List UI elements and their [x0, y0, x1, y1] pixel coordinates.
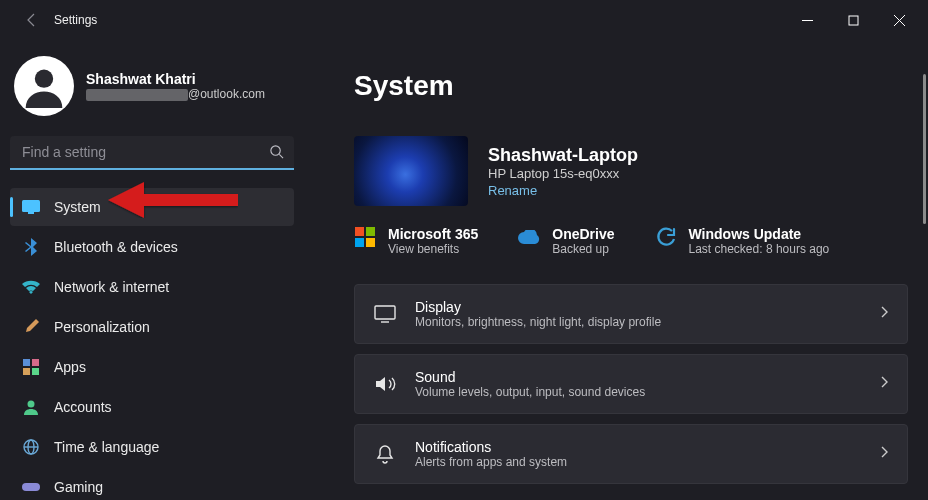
bluetooth-icon	[22, 238, 40, 256]
svg-point-5	[271, 146, 280, 155]
close-icon	[894, 15, 905, 26]
nav: System Bluetooth & devices Network & int…	[10, 188, 294, 500]
cloud-icon	[518, 226, 540, 248]
svg-rect-12	[32, 368, 39, 375]
status-onedrive[interactable]: OneDriveBacked up	[518, 226, 614, 256]
svg-rect-10	[32, 359, 39, 366]
device-info: Shashwat-Laptop HP Laptop 15s-eq0xxx Ren…	[354, 136, 908, 206]
update-icon	[655, 226, 677, 248]
main-content: System Shashwat-Laptop HP Laptop 15s-eq0…	[304, 40, 928, 500]
status-title: Windows Update	[689, 226, 830, 242]
svg-rect-17	[22, 483, 40, 491]
card-notifications[interactable]: NotificationsAlerts from apps and system	[354, 424, 908, 484]
sidebar-item-network[interactable]: Network & internet	[10, 268, 294, 306]
svg-rect-7	[22, 200, 40, 212]
card-title: Notifications	[415, 439, 567, 455]
sidebar-item-label: Accounts	[54, 399, 112, 415]
status-sub: Backed up	[552, 242, 614, 256]
status-sub: Last checked: 8 hours ago	[689, 242, 830, 256]
titlebar: Settings	[0, 0, 928, 40]
display-icon	[373, 302, 397, 326]
wifi-icon	[22, 278, 40, 296]
card-sub: Volume levels, output, input, sound devi…	[415, 385, 645, 399]
sidebar-item-label: Personalization	[54, 319, 150, 335]
search-input[interactable]	[10, 136, 294, 170]
user-block[interactable]: Shashwat Khatri @outlook.com	[14, 56, 294, 116]
gamepad-icon	[22, 478, 40, 496]
svg-rect-1	[849, 16, 858, 25]
user-name: Shashwat Khatri	[86, 71, 265, 87]
avatar	[14, 56, 74, 116]
chevron-right-icon	[879, 445, 889, 463]
sound-icon	[373, 372, 397, 396]
sidebar: Shashwat Khatri @outlook.com System Blue…	[0, 40, 304, 500]
sidebar-item-label: Network & internet	[54, 279, 169, 295]
sidebar-item-label: System	[54, 199, 101, 215]
minimize-icon	[802, 15, 813, 26]
svg-point-4	[35, 70, 53, 88]
close-button[interactable]	[876, 0, 922, 40]
device-thumbnail	[354, 136, 468, 206]
status-row: Microsoft 365View benefits OneDriveBacke…	[354, 226, 908, 256]
status-title: OneDrive	[552, 226, 614, 242]
monitor-icon	[22, 198, 40, 216]
svg-rect-21	[366, 238, 375, 247]
status-title: Microsoft 365	[388, 226, 478, 242]
svg-rect-18	[355, 227, 364, 236]
status-microsoft-365[interactable]: Microsoft 365View benefits	[354, 226, 478, 256]
sidebar-item-label: Gaming	[54, 479, 103, 495]
apps-icon	[22, 358, 40, 376]
svg-rect-11	[23, 368, 30, 375]
microsoft-icon	[354, 226, 376, 248]
sidebar-item-gaming[interactable]: Gaming	[10, 468, 294, 500]
sidebar-item-label: Bluetooth & devices	[54, 239, 178, 255]
sidebar-item-system[interactable]: System	[10, 188, 294, 226]
card-sound[interactable]: SoundVolume levels, output, input, sound…	[354, 354, 908, 414]
sidebar-item-bluetooth[interactable]: Bluetooth & devices	[10, 228, 294, 266]
maximize-button[interactable]	[830, 0, 876, 40]
device-model: HP Laptop 15s-eq0xxx	[488, 166, 638, 181]
maximize-icon	[848, 15, 859, 26]
svg-rect-22	[375, 306, 395, 319]
globe-icon	[22, 438, 40, 456]
svg-line-6	[279, 154, 283, 158]
minimize-button[interactable]	[784, 0, 830, 40]
person-icon	[22, 398, 40, 416]
svg-point-13	[28, 401, 35, 408]
svg-rect-9	[23, 359, 30, 366]
app-title: Settings	[54, 13, 97, 27]
brush-icon	[22, 318, 40, 336]
sidebar-item-time-language[interactable]: Time & language	[10, 428, 294, 466]
person-icon	[22, 64, 66, 108]
sidebar-item-apps[interactable]: Apps	[10, 348, 294, 386]
arrow-left-icon	[24, 12, 40, 28]
card-sub: Monitors, brightness, night light, displ…	[415, 315, 661, 329]
sidebar-item-label: Apps	[54, 359, 86, 375]
bell-icon	[373, 442, 397, 466]
card-title: Display	[415, 299, 661, 315]
svg-rect-20	[355, 238, 364, 247]
back-button[interactable]	[18, 6, 46, 34]
window-controls	[784, 0, 922, 40]
settings-cards: DisplayMonitors, brightness, night light…	[354, 284, 908, 484]
status-sub: View benefits	[388, 242, 478, 256]
card-title: Sound	[415, 369, 645, 385]
sidebar-item-accounts[interactable]: Accounts	[10, 388, 294, 426]
sidebar-item-personalization[interactable]: Personalization	[10, 308, 294, 346]
page-title: System	[354, 70, 908, 102]
chevron-right-icon	[879, 375, 889, 393]
sidebar-item-label: Time & language	[54, 439, 159, 455]
rename-link[interactable]: Rename	[488, 183, 638, 198]
redacted-text	[86, 89, 188, 101]
chevron-right-icon	[879, 305, 889, 323]
search-icon	[269, 144, 284, 163]
card-display[interactable]: DisplayMonitors, brightness, night light…	[354, 284, 908, 344]
svg-rect-8	[28, 212, 34, 214]
svg-rect-19	[366, 227, 375, 236]
status-windows-update[interactable]: Windows UpdateLast checked: 8 hours ago	[655, 226, 830, 256]
card-sub: Alerts from apps and system	[415, 455, 567, 469]
device-name: Shashwat-Laptop	[488, 145, 638, 166]
user-email: @outlook.com	[86, 87, 265, 101]
scrollbar[interactable]	[923, 74, 926, 224]
